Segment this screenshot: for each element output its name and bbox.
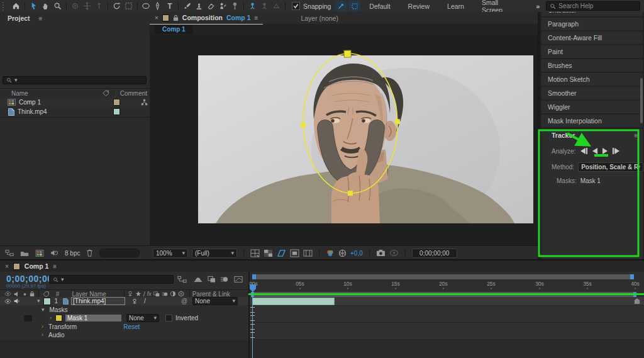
label-color-icon[interactable] [103,90,109,96]
transform-reset-link[interactable]: Reset [123,323,140,330]
hand-tool-icon[interactable] [40,1,52,11]
comp-viewer[interactable] [150,35,538,245]
type-tool-icon[interactable]: T [164,1,175,11]
column-comment[interactable]: Comment [116,90,147,97]
comp-timecode[interactable]: 0;00;00;00 [412,249,457,258]
layer-name-column-label[interactable]: Layer Name [72,291,106,298]
puppet-pin-tool-icon[interactable] [229,1,241,11]
search-options-chevron[interactable]: ▾ [14,77,18,83]
analyze-forward-button[interactable] [602,148,608,154]
masks-group-row[interactable]: ▾ Masks [0,306,248,314]
pan-camera-icon[interactable] [81,1,93,11]
graph-editor-icon[interactable] [234,276,243,283]
group-twirl[interactable]: ▾ [42,307,45,313]
mask1-row[interactable]: › Mask 1 None▾ Inverted [0,314,248,322]
shape-ellipse-tool-icon[interactable] [140,1,152,11]
parent-pickwhip-icon[interactable]: @ [181,298,187,305]
project-settings-icon[interactable] [50,249,58,257]
puppet-starch-pin-icon[interactable] [258,1,270,11]
mask-lock-cell[interactable] [24,315,32,322]
frame-blending-icon[interactable] [208,276,216,283]
analyze-one-frame-backward-button[interactable] [580,148,587,154]
playhead-handle[interactable] [250,284,256,292]
brush-tool-icon[interactable] [181,1,193,11]
project-tab-label[interactable]: Project [8,14,30,22]
sidebar-item-content-aware-fill[interactable]: Content-Aware Fill [541,31,643,44]
camera-region-icon[interactable] [123,1,135,11]
comp-mini-flowchart-icon[interactable] [177,276,187,283]
current-time-display[interactable]: 0;00;00;00 [6,274,53,284]
close-icon[interactable]: × [5,263,9,270]
track-options-icon[interactable] [634,298,640,305]
exposure-value[interactable]: +0,0 [350,250,363,257]
layer-quality-switch[interactable]: / [144,298,146,305]
work-area-end-handle[interactable] [633,292,636,297]
zoom-tool-icon[interactable] [52,1,64,11]
parent-select[interactable]: None▾ [192,297,238,305]
transform-twirl[interactable]: › [42,324,43,330]
analyze-backward-button[interactable] [592,148,597,154]
layer-row-think[interactable]: ▾ 1 [Think.mp4] / @ None▾ [0,297,248,305]
audio-twirl[interactable]: › [42,332,43,338]
sidebar-item-smoother[interactable]: Smoother [541,87,643,99]
panel-menu-icon[interactable]: ≡ [255,14,258,21]
snapping-checkbox[interactable] [292,2,300,10]
snap-to-edges-icon[interactable] [335,1,347,11]
new-composition-icon[interactable] [35,250,44,257]
solo-column-icon[interactable]: ● [23,291,26,297]
analyze-one-frame-forward-button[interactable] [613,148,619,154]
lock-icon[interactable] [173,14,179,21]
layer-anchor-switch[interactable] [131,298,138,305]
project-item-footage[interactable]: Think.mp4 [0,107,150,116]
resolution-select[interactable]: (Full)▾ [192,249,237,258]
column-name[interactable]: Name [0,90,28,97]
layer-label-swatch[interactable] [43,298,51,305]
selection-tool-icon[interactable] [28,1,40,11]
panel-menu-icon[interactable]: ≡ [39,15,43,22]
timeline-zoom-scrollbar[interactable] [252,274,634,279]
workspace-overflow-chevron[interactable]: » [530,3,546,10]
search-options-chevron[interactable]: ▾ [61,277,64,282]
region-of-interest-icon[interactable] [290,249,299,257]
viewer-tab-comp1[interactable]: Comp 1 [155,25,193,34]
transparency-grid-icon[interactable] [264,249,273,257]
zoom-handle-right[interactable] [630,274,634,279]
parent-link-column-label[interactable]: Parent & Link [192,291,230,298]
layer-twirl[interactable]: ▾ [37,298,40,304]
label-swatch[interactable] [113,99,120,106]
mask-visibility-icon[interactable] [277,249,286,257]
home-icon[interactable] [10,1,22,11]
tracker-title[interactable]: Tracker [552,131,575,139]
mask-name[interactable]: Mask 1 [65,315,121,322]
sidebar-item-motion-sketch[interactable]: Motion Sketch [541,73,643,86]
sidebar-item-character[interactable]: Character [541,12,643,16]
sidebar-item-paragraph[interactable]: Paragraph [541,18,643,30]
sidebar-item-paint[interactable]: Paint [541,45,643,58]
trash-icon[interactable] [86,249,93,257]
sidebar-scrollbar[interactable] [640,78,643,123]
snapping-control[interactable]: Snapping [292,2,331,10]
mask-twirl[interactable]: › [50,315,52,321]
sidebar-item-brushes[interactable]: Brushes [541,59,643,72]
exposure-icon[interactable] [338,249,347,257]
snapshot-camera-icon[interactable] [376,249,386,257]
puppet-position-pin-icon[interactable] [247,1,258,11]
channel-rgb-icon[interactable] [326,249,335,257]
puppet-bend-pin-icon[interactable] [270,1,282,11]
mask-color-swatch[interactable] [55,315,62,322]
panel-menu-icon[interactable]: ≡ [53,263,57,270]
dolly-camera-icon[interactable] [93,1,105,11]
zoom-handle-left[interactable] [252,274,256,279]
label-swatch[interactable] [113,108,120,115]
mask-mode-select[interactable]: None▾ [126,314,159,322]
eraser-tool-icon[interactable] [205,1,217,11]
panel-menu-icon[interactable]: ≡ [634,132,638,139]
timeline-search-input[interactable]: ▾ [49,275,174,284]
layer-viewer-tab[interactable]: Layer (none) [301,14,338,22]
pixel-aspect-icon[interactable] [303,249,313,257]
help-search-input[interactable]: Search Help [546,1,640,11]
composition-viewer-tab[interactable]: × Composition Comp 1 ≡ [150,12,263,25]
label-column-icon[interactable] [43,291,50,297]
workspace-tab-review[interactable]: Review [399,3,438,10]
orbit-camera-icon[interactable] [69,1,81,11]
